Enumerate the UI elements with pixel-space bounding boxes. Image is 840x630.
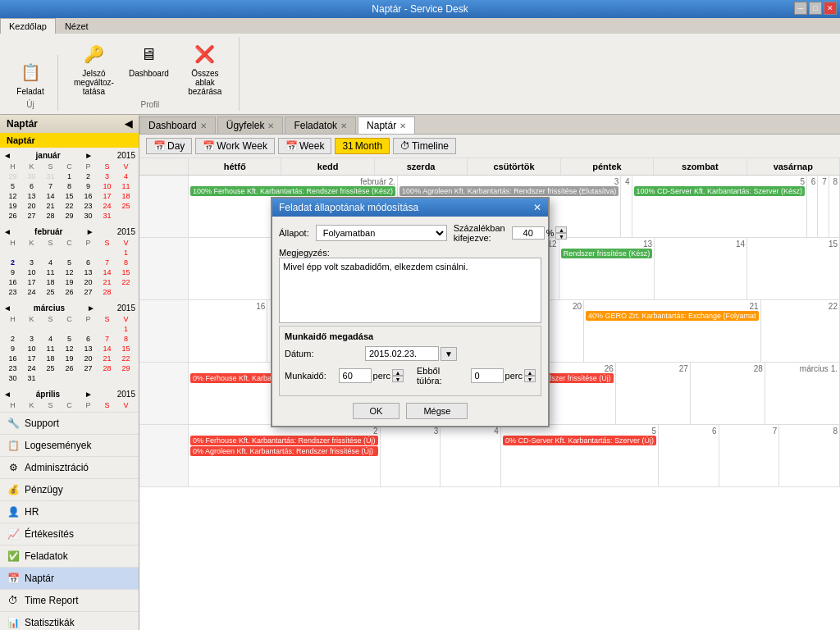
dialog-close-btn[interactable]: ✕: [533, 202, 541, 213]
dialog-date-input[interactable]: [365, 346, 439, 361]
percent-down-btn[interactable]: ▼: [555, 233, 567, 240]
dialog-notes-label: Megjegyzés:: [279, 248, 353, 258]
dialog-overtime-label: Ebből túlóra:: [417, 366, 464, 386]
task-status-dialog: Feladat állapotának módosítása ✕ Állapot…: [271, 197, 550, 427]
dialog-worktime-row: Munkaidő: perc ▲ ▼ Ebből túlóra: perc: [285, 366, 536, 386]
dialog-status-label: Állapot:: [279, 228, 309, 238]
percent-input[interactable]: [512, 226, 545, 240]
worktime-up-btn[interactable]: ▲: [392, 369, 404, 376]
percent-control: % ▲ ▼: [512, 226, 568, 240]
percent-up-btn[interactable]: ▲: [555, 226, 567, 233]
dialog-date-label: Dátum:: [285, 349, 358, 358]
dialog-worktime-input[interactable]: [339, 368, 372, 383]
dialog-cancel-btn[interactable]: Mégse: [406, 403, 468, 419]
worktime-down-btn[interactable]: ▼: [392, 376, 404, 382]
percent-spinner: ▲ ▼: [555, 226, 567, 240]
dialog-percent-label: Százalékban kifejezve:: [454, 223, 505, 243]
dialog-status-row: Állapot: Folyamatban Kész Elutasítva Új …: [279, 223, 541, 243]
overtime-up-btn[interactable]: ▲: [524, 369, 536, 376]
dialog-worktime-section: Munkaidő megadása Dátum: ▼ Munkaidő: per…: [279, 326, 541, 396]
dialog-body: Állapot: Folyamatban Kész Elutasítva Új …: [272, 217, 548, 426]
dialog-titlebar: Feladat állapotának módosítása ✕: [272, 199, 548, 217]
date-picker-btn[interactable]: ▼: [441, 347, 457, 361]
dialog-worktime-title: Munkaidő megadása: [285, 331, 536, 341]
dialog-overtime-input[interactable]: [471, 368, 504, 383]
overtime-down-btn[interactable]: ▼: [524, 376, 536, 382]
dialog-worktime-label: Munkaidő:: [285, 371, 332, 381]
dialog-buttons: OK Mégse: [279, 403, 541, 419]
dialog-notes-textarea[interactable]: Mivel épp volt szabadidőm, elkezdem csin…: [279, 258, 541, 323]
dialog-title: Feladat állapotának módosítása: [279, 202, 418, 213]
dialog-date-row: Dátum: ▼: [285, 346, 536, 361]
dialog-status-select[interactable]: Folyamatban Kész Elutasítva Új: [316, 225, 447, 241]
dialog-ok-btn[interactable]: OK: [353, 403, 400, 419]
dialog-overlay: Feladat állapotának módosítása ✕ Állapot…: [0, 0, 840, 630]
dialog-notes-section: Megjegyzés: Mivel épp volt szabadidőm, e…: [279, 248, 541, 326]
